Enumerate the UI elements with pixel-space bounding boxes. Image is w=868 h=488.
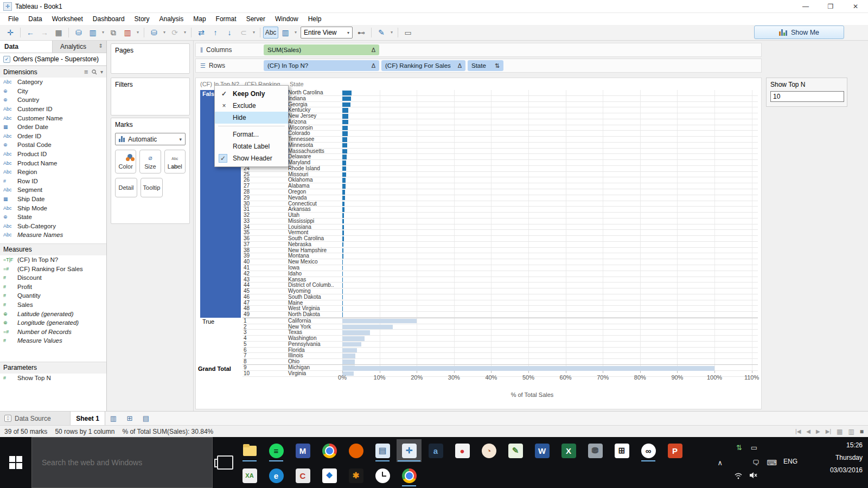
menu-Format[interactable]: Format [211,13,241,25]
chart-row[interactable]: 32Utah [242,213,758,219]
menu-item-rotate-label[interactable]: Rotate Label [215,140,288,152]
pill-(CF) In Top N?[interactable]: (CF) In Top N?Δ [264,60,379,71]
chart-row[interactable]: 14Kentucky [242,107,758,113]
undo-icon[interactable]: ← [24,27,37,38]
chart-row[interactable]: 42Idaho [242,271,758,277]
refresh-caret-icon[interactable]: ▾ [182,27,188,38]
chart-row[interactable]: 41Iowa [242,265,758,271]
taskbar-app-gotomeeting[interactable]: ✱ [343,464,368,487]
measure-field[interactable]: ⊕Latitude (generated) [0,309,106,318]
sales-bar[interactable] [342,242,343,247]
fix-axes-pin-icon[interactable]: ⊷ [355,27,368,38]
chart-row[interactable]: 12Indiana [242,96,758,102]
chart-row[interactable]: 36South Carolina [242,236,758,242]
chart-row[interactable]: 13Georgia [242,102,758,108]
labels-options-caret-icon[interactable]: ▾ [293,27,298,38]
dimension-field[interactable]: ⊕State [0,213,106,222]
pane-collapse-icon[interactable]: ⇕ [99,43,103,49]
chart-row[interactable]: 46South Dakota [242,294,758,300]
grand-total-bar[interactable] [342,366,714,371]
maximize-button[interactable]: ❐ [818,0,843,13]
sales-bar[interactable] [342,213,344,218]
tray-wifi-icon[interactable] [735,473,742,479]
paperclip-caret-icon[interactable]: ▾ [251,27,257,38]
sales-bar[interactable] [342,336,365,341]
menu-Worksheet[interactable]: Worksheet [47,13,88,25]
dimension-field[interactable]: AbcCategory [0,78,106,87]
chart-row[interactable]: 19Tennessee [242,137,758,143]
menu-item-exclude[interactable]: ×Exclude [215,100,288,112]
dimension-field[interactable]: ▦Ship Date [0,195,106,204]
sales-bar[interactable] [342,207,344,212]
taskbar-app-spotify[interactable]: ≡ [264,439,289,462]
presentation-mode-icon[interactable]: ▭ [401,27,414,38]
taskbar-app-calculator[interactable]: ⊞ [609,439,634,462]
clear-sheet-icon[interactable]: ▥ [121,27,134,38]
taskbar-app-amazon[interactable]: a [423,439,448,462]
show-mark-labels-button[interactable]: Abc [263,27,278,38]
measure-field[interactable]: ⊕Longitude (generated) [0,318,106,328]
chart-row[interactable]: 1California [242,318,758,324]
sales-bar[interactable] [342,348,357,353]
dimension-field[interactable]: AbcOrder ID [0,132,106,141]
column-header-state[interactable]: State [290,81,304,87]
sales-bar[interactable] [342,172,346,177]
taskbar-app-firefox[interactable] [343,439,368,462]
sales-bar[interactable] [342,166,346,171]
sales-bar[interactable] [342,114,348,119]
chart-row[interactable]: 15New Jersey [242,113,758,119]
taskbar-app-screen-recorder[interactable]: ● [450,439,475,462]
sales-bar[interactable] [342,184,346,189]
sales-bar[interactable] [342,131,348,136]
chart-row[interactable]: 16Arizona [242,119,758,125]
menu-Story[interactable]: Story [130,13,155,25]
new-worksheet-icon[interactable]: ▥ [86,27,99,38]
new-worksheet-tab-icon[interactable]: ▥ [105,412,122,425]
taskbar-app-chrome[interactable] [317,439,342,462]
tray-battery-icon[interactable]: ▭ [751,444,757,452]
dimension-field[interactable]: AbcMeasure Names [0,230,106,240]
show-filmstrip-icon[interactable]: ▥ [848,428,854,435]
show-top-n-input[interactable] [770,91,844,102]
chart-row[interactable]: 30Connecticut [242,201,758,207]
paperclip-group-icon[interactable]: ⊂ [237,27,250,38]
sales-bar[interactable] [342,137,347,142]
show-fullscreen-icon[interactable]: ■ [860,428,864,435]
taskbar-app-notes-app[interactable]: ✎ [503,439,528,462]
menu-item-hide[interactable]: Hide [215,112,288,124]
measure-field[interactable]: #Quantity [0,291,106,300]
pill-SUM(Sales)[interactable]: SUM(Sales)Δ [264,44,379,55]
chart-row[interactable]: 28Oregon [242,189,758,195]
menu-Help[interactable]: Help [303,13,327,25]
menu-Map[interactable]: Map [188,13,210,25]
menu-Server[interactable]: Server [241,13,270,25]
dimension-field[interactable]: AbcSub-Category [0,222,106,231]
sales-bar[interactable] [342,225,344,230]
tray-volume-muted-icon[interactable] [749,472,757,479]
dimension-field[interactable]: AbcSegment [0,185,106,195]
pages-shelf[interactable]: Pages [111,43,190,74]
chart-row[interactable]: 22Delaware [242,154,758,160]
taskbar-app-mail[interactable]: M [290,439,315,462]
task-view-icon[interactable] [217,455,233,470]
tray-language[interactable]: ENG [783,458,797,465]
measure-field[interactable]: =#(CF) Ranking For Sales [0,264,106,273]
pill-State[interactable]: State⇅ [468,60,503,71]
sales-bar[interactable] [342,354,355,358]
sales-bar[interactable] [342,196,345,201]
chart-row[interactable]: 31Arkansas [242,207,758,213]
pill-(CF) Ranking For Sales[interactable]: (CF) Ranking For SalesΔ [381,60,465,71]
sales-bar[interactable] [342,126,348,131]
taskbar-app-notepad[interactable]: ▤ [370,439,395,462]
show-tabs-icon[interactable]: ▦ [837,428,843,435]
duplicate-sheet-icon[interactable]: ⧉ [107,27,120,38]
sales-bar[interactable] [342,248,343,253]
sales-bar[interactable] [342,319,417,324]
next-story-point-icon[interactable]: ▶ [816,428,820,434]
sales-bar[interactable] [342,160,346,165]
highlight-pen-icon[interactable]: ✎ [375,27,388,38]
clear-sheet-caret-icon[interactable]: ▾ [135,27,141,38]
dimension-field[interactable]: AbcCustomer ID [0,105,106,114]
dimension-field[interactable]: ⊕Country [0,95,106,105]
chart-row[interactable]: 7Illinois [242,353,758,359]
